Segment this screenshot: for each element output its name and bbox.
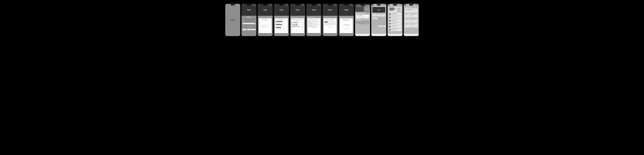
exercise-row[interactable] [388,25,402,28]
equipment-yes[interactable] [324,21,328,23]
stat-card[interactable] [412,19,418,23]
signup-link[interactable]: Sign up [251,27,252,27]
gender-options[interactable]: Male Female Non Binary Prefer not to say [260,25,271,26]
tab-profile[interactable] [400,35,402,36]
goal-option[interactable] [276,27,281,28]
slider-3[interactable] [292,26,303,27]
slider-2[interactable] [292,24,303,25]
exercise-row[interactable] [388,29,402,31]
tab-calendar[interactable] [359,35,360,36]
tab-home[interactable] [372,35,374,36]
week-card[interactable] [372,14,376,16]
tab-progress[interactable] [381,35,382,36]
exercise-row[interactable] [388,19,402,22]
play-icon [389,20,391,21]
tab-exercises[interactable] [394,35,396,36]
screen-login: 9:41 Image Welcome Please enter you emai… [242,4,256,36]
play-icon [389,29,391,31]
screen-step6: 9:41 Image Let's Personalize Your Experi… [339,4,354,36]
tab-progress[interactable] [365,35,366,36]
stat-card[interactable] [405,14,411,18]
exercise-row[interactable] [388,22,402,25]
svg-rect-7 [384,36,385,36]
tab-home[interactable] [388,35,390,36]
week-card[interactable] [377,14,381,16]
screen-step5: 9:41 Image Let's Personalize Your Experi… [323,4,338,36]
achievement-card[interactable]: Adaptability Achievements [360,21,364,24]
tab-calendar[interactable] [375,35,376,36]
lifestyle-option[interactable]: Full-Time Parent – Your job is your chil… [308,23,320,24]
signin-button[interactable] [242,23,256,24]
social-button-3[interactable] [252,29,256,30]
week-card[interactable] [381,14,385,16]
tab-home[interactable] [405,35,406,36]
lifestyle-option[interactable]: Office Worker – Regular 9-5? We've got y… [308,24,320,25]
goal-option[interactable] [276,23,282,24]
achievement-card[interactable]: Consistency Achievements [365,21,369,24]
password-field[interactable]: Password [242,21,256,22]
get-started-button[interactable] [343,24,350,26]
svg-rect-15 [417,36,418,36]
screen-step1: 9:41 Image Let's Personalize Your Experi… [258,4,273,36]
slider-1[interactable] [292,22,303,23]
screen-exercises: 9:41 ‹ Exercises Image [388,4,402,36]
screen-step4: 9:41 Image Step 4: About Your Lifestyle … [306,4,321,36]
tab-exercises[interactable] [378,35,379,36]
age-field[interactable] [260,22,271,22]
svg-rect-5 [382,36,382,36]
tab-exercises[interactable] [411,35,412,36]
svg-rect-1 [365,36,366,36]
svg-rect-4 [376,36,376,36]
equipment-no[interactable] [328,21,336,23]
lifestyle-option[interactable]: Shift Worker – Irregular hours? No probl… [308,25,320,26]
play-icon [389,17,391,18]
exercise-row[interactable] [388,13,402,16]
lifestyle-option[interactable]: Student – Whether you're a full time stu… [308,22,320,23]
hero-circle-image: Image [364,5,370,13]
svg-rect-0 [359,36,360,36]
lifestyle-option[interactable]: Freelancer/Remote Worker – Random busy h… [308,27,320,27]
tab-calendar[interactable] [408,35,409,36]
tab-exercises[interactable] [362,35,363,36]
screen-step3: 9:41 Image Let's Personalize Your Experi… [290,4,305,36]
goal-option[interactable] [276,24,282,25]
stat-card[interactable] [412,24,418,28]
featured-exercise[interactable]: Image [388,7,402,12]
journey-card[interactable]: Lower Body Workout COMPLETED [356,15,369,19]
stat-card[interactable] [405,19,411,23]
tab-progress[interactable] [414,35,415,36]
back-button[interactable]: BACK [292,27,294,28]
social-button-1[interactable] [242,29,246,30]
next-button[interactable]: NEXT [302,27,303,28]
status-time: 9:41 [226,4,227,6]
wireframe-canvas: 9:41 LOGO 9:41 Image Welcome Please ente… [2,4,642,36]
tab-calendar[interactable] [392,35,392,36]
screen-splash: 9:41 LOGO [225,4,240,36]
tab-progress[interactable] [398,35,398,36]
forgot-link[interactable]: Forget password? [242,25,256,25]
tab-profile[interactable] [417,35,418,36]
social-button-2[interactable] [247,29,251,30]
play-icon [389,14,391,15]
achievement-card[interactable]: Double Shift Dynamo [356,21,360,24]
weight-field[interactable] [260,24,271,24]
stat-card[interactable] [412,14,418,18]
step1-card: Step 1: A Bit About You Fill in the foll… [259,18,272,33]
exercise-row[interactable] [388,16,402,19]
goal-option[interactable] [276,26,283,27]
goal-option[interactable] [276,21,282,22]
hero-image: Image [242,4,256,16]
screen-step2: 9:41 Image Let's Personalize Your Experi… [274,4,289,36]
achievement-summary[interactable] [405,8,418,13]
stat-card[interactable] [405,24,411,28]
login-title: Welcome [242,17,256,18]
notch [231,4,235,5]
tab-profile[interactable] [368,35,369,36]
screen-calendar: 9:41 ‹ Calendar Image [371,4,386,36]
email-field[interactable]: Email [242,19,256,20]
calendar-grid [372,18,385,27]
svg-rect-3 [368,36,369,36]
lifestyle-option[interactable]: Multiple Jobs – For those juggling more … [308,21,320,22]
tab-profile[interactable] [384,35,385,36]
tab-home[interactable] [356,35,357,36]
